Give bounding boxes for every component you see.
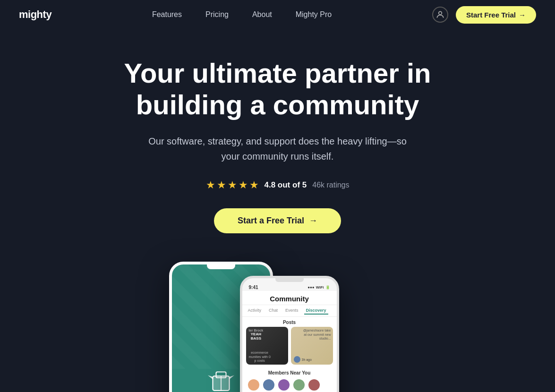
phone-status-bar: 9:41 ●●● WiFi 🔋 <box>242 282 337 291</box>
tab-activity[interactable]: Activity <box>246 307 264 315</box>
star-5: ★ <box>249 179 259 191</box>
navigation: mighty Features Pricing About Mighty Pro… <box>0 0 555 29</box>
start-free-trial-hero-button[interactable]: Start a Free Trial → <box>214 208 341 233</box>
nav-link-about[interactable]: About <box>243 7 282 23</box>
member-avatar-3 <box>277 378 290 392</box>
phone-front: 9:41 ●●● WiFi 🔋 Community Activity Chat … <box>240 276 339 392</box>
member-avatars <box>247 378 332 392</box>
star-rating: ★ ★ ★ ★ ★ <box>206 179 259 191</box>
nav-link-pricing[interactable]: Pricing <box>196 7 238 23</box>
tab-chat[interactable]: Chat <box>267 307 280 315</box>
card2-sub: @jameshaore takeat our summit newstudio.… <box>303 329 331 341</box>
nav-link-mighty-pro[interactable]: Mighty Pro <box>286 7 341 23</box>
account-icon[interactable] <box>432 7 448 23</box>
member-avatar-1 <box>247 378 260 392</box>
member-avatar-4 <box>292 378 306 392</box>
posts-section-title: Posts <box>242 317 337 327</box>
app-header-title: Community <box>242 291 337 305</box>
app-tabs: Activity Chat Events Discovery <box>242 305 337 317</box>
star-3: ★ <box>228 179 237 191</box>
card1-sub: ecommercemunities with 0p costs <box>249 351 271 363</box>
rating-row: ★ ★ ★ ★ ★ 4.8 out of 5 46k ratings <box>19 179 536 191</box>
star-4: ★ <box>239 179 248 191</box>
members-section-title: Members Near You <box>247 370 332 375</box>
nav-right: Start Free Trial → <box>432 6 536 24</box>
tab-events[interactable]: Events <box>283 307 300 315</box>
rating-score: 4.8 out of 5 <box>265 180 307 190</box>
star-1: ★ <box>206 179 215 191</box>
card1-title: YEAHBASS <box>249 332 264 341</box>
tab-discovery[interactable]: Discovery <box>304 307 328 315</box>
hero-subheadline: Our software, strategy, and support does… <box>141 134 415 164</box>
post-cards: ter Brock YEAHBASS ecommercemunities wit… <box>242 327 337 368</box>
member-avatar-5 <box>307 378 321 392</box>
nav-links: Features Pricing About Mighty Pro <box>143 7 341 23</box>
svg-point-0 <box>439 11 442 15</box>
nav-link-features[interactable]: Features <box>143 7 191 23</box>
community-app: Community Activity Chat Events Discovery… <box>242 291 337 392</box>
card2-footer: 3h ago <box>294 356 312 363</box>
post-card-1: ter Brock YEAHBASS ecommercemunities wit… <box>246 327 288 365</box>
star-2: ★ <box>217 179 226 191</box>
hero-headline: Your ultimate partner in building a comm… <box>108 58 448 120</box>
post-card-2: @jameshaore takeat our summit newstudio.… <box>291 327 333 365</box>
phone-front-notch <box>275 278 304 282</box>
members-section: Members Near You <box>242 368 337 392</box>
hero-section: Your ultimate partner in building a comm… <box>0 29 555 392</box>
start-free-trial-nav-button[interactable]: Start Free Trial → <box>456 6 536 24</box>
member-avatar-2 <box>262 378 275 392</box>
rating-count: 46k ratings <box>312 181 349 189</box>
brand-logo[interactable]: mighty <box>19 9 51 21</box>
phones-mockup: Ecommerce Accelerator 9:41 ●●● WiFi 🔋 Co… <box>160 262 396 392</box>
